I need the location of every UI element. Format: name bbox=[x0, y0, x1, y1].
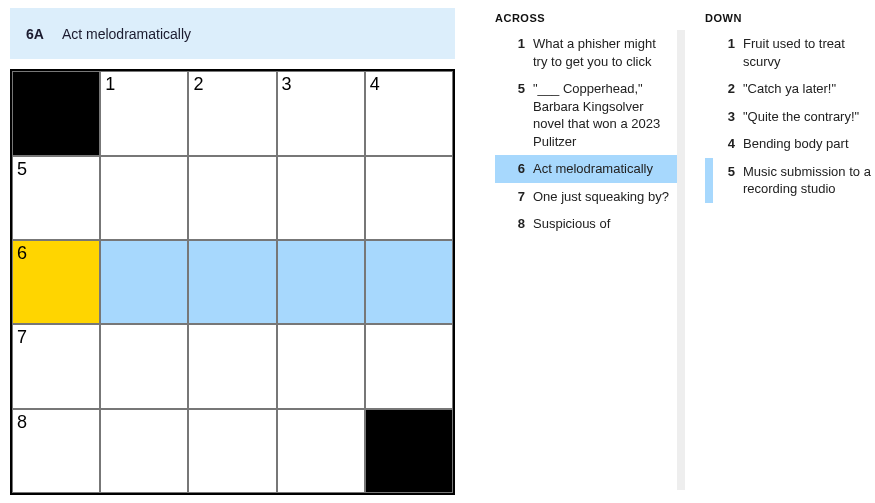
clue-down-4[interactable]: 4Bending body part bbox=[705, 130, 875, 158]
grid-cell[interactable]: 4 bbox=[365, 71, 453, 155]
clue-number: 1 bbox=[503, 35, 525, 70]
cell-number: 8 bbox=[17, 412, 27, 433]
clue-text: "Quite the contrary!" bbox=[743, 108, 875, 126]
grid-cell[interactable] bbox=[365, 240, 453, 324]
grid-row: 8 bbox=[12, 409, 453, 493]
crossword-grid: 12345678 bbox=[10, 69, 455, 495]
grid-row: 5 bbox=[12, 156, 453, 240]
clue-lists: ACROSS 1What a phisher might try to get … bbox=[495, 8, 875, 495]
clue-text: Bending body part bbox=[743, 135, 875, 153]
across-column: ACROSS 1What a phisher might try to get … bbox=[495, 8, 685, 495]
clue-text: Suspicious of bbox=[533, 215, 671, 233]
grid-cell[interactable] bbox=[100, 156, 188, 240]
grid-cell[interactable] bbox=[188, 409, 276, 493]
puzzle-panel: 6A Act melodramatically 12345678 bbox=[10, 8, 455, 495]
clue-text: Act melodramatically bbox=[533, 160, 671, 178]
down-heading: DOWN bbox=[705, 8, 875, 30]
grid-cell[interactable]: 1 bbox=[100, 71, 188, 155]
crossword-app: 6A Act melodramatically 12345678 ACROSS … bbox=[0, 0, 875, 503]
cell-number: 6 bbox=[17, 243, 27, 264]
grid-cell[interactable] bbox=[188, 156, 276, 240]
clue-across-8[interactable]: 8Suspicious of bbox=[495, 210, 677, 238]
grid-cell[interactable] bbox=[188, 240, 276, 324]
clue-text: What a phisher might try to get you to c… bbox=[533, 35, 671, 70]
grid-cell[interactable] bbox=[365, 156, 453, 240]
grid-cell[interactable]: 2 bbox=[188, 71, 276, 155]
clue-text: Music submission to a recording studio bbox=[743, 163, 875, 198]
grid-cell-black bbox=[365, 409, 453, 493]
down-scroll[interactable]: 1Fruit used to treat scurvy2"Catch ya la… bbox=[705, 30, 875, 490]
grid-cell[interactable] bbox=[365, 324, 453, 408]
cell-number: 1 bbox=[105, 74, 115, 95]
clue-down-3[interactable]: 3"Quite the contrary!" bbox=[705, 103, 875, 131]
grid-cell[interactable] bbox=[277, 324, 365, 408]
clue-number: 6 bbox=[503, 160, 525, 178]
current-clue-bar[interactable]: 6A Act melodramatically bbox=[10, 8, 455, 59]
current-clue-text: Act melodramatically bbox=[62, 26, 191, 42]
grid-cell[interactable] bbox=[188, 324, 276, 408]
grid-cell[interactable]: 3 bbox=[277, 71, 365, 155]
grid-cell[interactable] bbox=[100, 240, 188, 324]
clue-text: Fruit used to treat scurvy bbox=[743, 35, 875, 70]
across-heading: ACROSS bbox=[495, 8, 685, 30]
clue-text: "___ Copperhead," Barbara Kingsolver nov… bbox=[533, 80, 671, 150]
grid-cell[interactable] bbox=[277, 156, 365, 240]
grid-cell[interactable] bbox=[277, 409, 365, 493]
grid-cell[interactable]: 5 bbox=[12, 156, 100, 240]
current-clue-number: 6A bbox=[26, 26, 44, 42]
grid-cell[interactable]: 7 bbox=[12, 324, 100, 408]
cell-number: 2 bbox=[193, 74, 203, 95]
down-column: DOWN 1Fruit used to treat scurvy2"Catch … bbox=[705, 8, 875, 495]
clue-number: 8 bbox=[503, 215, 525, 233]
clue-number: 2 bbox=[713, 80, 735, 98]
cell-number: 7 bbox=[17, 327, 27, 348]
grid-row: 1234 bbox=[12, 71, 453, 155]
clue-text: One just squeaking by? bbox=[533, 188, 671, 206]
grid-cell[interactable] bbox=[100, 409, 188, 493]
grid-row: 7 bbox=[12, 324, 453, 408]
clue-number: 4 bbox=[713, 135, 735, 153]
clue-down-1[interactable]: 1Fruit used to treat scurvy bbox=[705, 30, 875, 75]
clue-number: 1 bbox=[713, 35, 735, 70]
grid-row: 6 bbox=[12, 240, 453, 324]
clue-down-5[interactable]: 5Music submission to a recording studio bbox=[705, 158, 875, 203]
clue-number: 7 bbox=[503, 188, 525, 206]
grid-cell-black bbox=[12, 71, 100, 155]
clue-down-2[interactable]: 2"Catch ya later!" bbox=[705, 75, 875, 103]
clue-text: "Catch ya later!" bbox=[743, 80, 875, 98]
clue-number: 5 bbox=[713, 163, 735, 198]
clue-number: 3 bbox=[713, 108, 735, 126]
clue-across-1[interactable]: 1What a phisher might try to get you to … bbox=[495, 30, 677, 75]
cell-number: 3 bbox=[282, 74, 292, 95]
across-scroll[interactable]: 1What a phisher might try to get you to … bbox=[495, 30, 685, 490]
grid-cell[interactable] bbox=[277, 240, 365, 324]
grid-cell[interactable]: 8 bbox=[12, 409, 100, 493]
grid-cell[interactable]: 6 bbox=[12, 240, 100, 324]
clue-across-6[interactable]: 6Act melodramatically bbox=[495, 155, 677, 183]
clue-number: 5 bbox=[503, 80, 525, 150]
clue-across-7[interactable]: 7One just squeaking by? bbox=[495, 183, 677, 211]
grid-cell[interactable] bbox=[100, 324, 188, 408]
cell-number: 5 bbox=[17, 159, 27, 180]
cell-number: 4 bbox=[370, 74, 380, 95]
clue-across-5[interactable]: 5"___ Copperhead," Barbara Kingsolver no… bbox=[495, 75, 677, 155]
